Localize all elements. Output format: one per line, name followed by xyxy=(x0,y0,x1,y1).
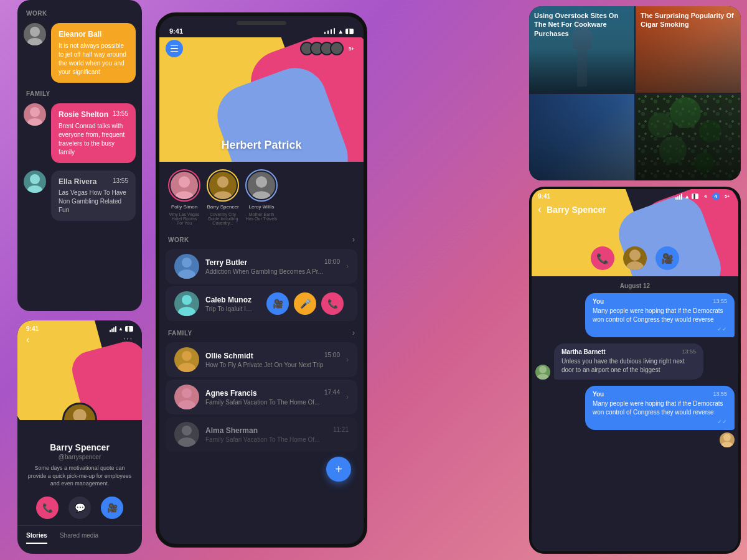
sender-1: Martha Barnett xyxy=(561,348,606,355)
story-name-0: Polly Simon xyxy=(171,204,197,210)
time-2: 13:55 xyxy=(713,391,727,398)
video-button[interactable]: 🎥 xyxy=(101,497,123,519)
tab-stories[interactable]: Stories xyxy=(26,532,47,544)
profile-tabs: Stories Shared media xyxy=(17,525,142,548)
chat-row-agnes[interactable]: Agnes Francis 17:44 Family Safari Vacati… xyxy=(166,380,357,414)
svg-point-16 xyxy=(182,295,192,305)
chat-item-rosie[interactable]: Rosie Shelton 13:55 Brent Conrad talks w… xyxy=(17,100,142,167)
story-ring-2 xyxy=(245,169,278,202)
avatar-alma xyxy=(174,422,199,447)
sender-2: You xyxy=(593,391,604,398)
more-button[interactable]: ··· xyxy=(123,334,133,345)
info-agnes: Agnes Francis 17:44 Family Safari Vacati… xyxy=(205,389,340,406)
name-rosie: Rosie Shelton 13:55 xyxy=(59,110,128,120)
action-chips: 🎥 🎤 📞 xyxy=(261,292,349,315)
svg-point-12 xyxy=(256,176,267,187)
battery-icon: ▌ xyxy=(125,326,133,332)
svg-point-22 xyxy=(182,426,192,436)
work-arrow[interactable]: › xyxy=(352,235,355,244)
avatar-group-count: 5+ xyxy=(345,45,357,52)
chat-battery-icon: ▌ xyxy=(692,194,698,199)
chat-row-ollie[interactable]: Ollie Schmidt 15:00 How To Fly A Private… xyxy=(166,342,357,377)
story-item-1[interactable]: Barry Spencer Coventry City Guide Includ… xyxy=(207,169,239,225)
chat-video-button[interactable]: 🎥 xyxy=(655,246,679,270)
check-mark-2: ✓✓ xyxy=(593,419,727,425)
chevron-ollie: › xyxy=(346,355,349,364)
avatar-caleb xyxy=(174,291,199,316)
chat-status-icons: ▲ ▌ 4 4 5+ xyxy=(675,193,732,200)
chat-signal xyxy=(675,194,682,200)
article-overlay-0: Using Overstock Sites On The Net For Coo… xyxy=(529,6,634,93)
article-card-0[interactable]: Using Overstock Sites On The Net For Coo… xyxy=(529,6,634,93)
chat-row-alma[interactable]: Alma Sherman 11:21 Family Safari Vacatio… xyxy=(166,417,357,452)
name-eleanor: Eleanor Ball xyxy=(59,29,128,40)
msg-bubble-received-1: Martha Barnett 13:55 Unless you have the… xyxy=(554,343,703,380)
story-avatar-0 xyxy=(171,172,198,199)
chat-item-eleanor[interactable]: Eleanor Ball It is not always possible t… xyxy=(17,19,142,86)
msg-caleb: Trip To Iqaluit In Nu... xyxy=(205,306,255,312)
chat-row-caleb[interactable]: Caleb Munoz Trip To Iqaluit In Nu... 🎥 🎤… xyxy=(166,286,357,321)
msg-sent-0: You 13:55 Many people were hoping that i… xyxy=(535,293,735,337)
bubble-eleanor[interactable]: Eleanor Ball It is not always possible t… xyxy=(51,23,136,83)
chat-item-ella[interactable]: Ella Rivera 13:55 Las Vegas How To Have … xyxy=(17,167,142,225)
bubble-ella[interactable]: Ella Rivera 13:55 Las Vegas How To Have … xyxy=(51,170,136,222)
back-button[interactable]: ‹ xyxy=(26,334,29,345)
chat-header-bg: 9:41 ▲ ▌ 4 4 5+ ‹ Barry Spencer 📞 xyxy=(532,189,738,276)
family-section-label: FAMILY xyxy=(17,86,142,100)
fab-compose[interactable]: + xyxy=(326,457,351,482)
name-ollie: Ollie Schmidt xyxy=(205,352,253,360)
article-card-3[interactable] xyxy=(636,94,741,180)
avatar-agnes xyxy=(174,385,199,409)
stories-row: Polly Simon Why Las Vegas Hotel Rooms Fo… xyxy=(159,162,364,230)
chat-call-button[interactable]: 📞 xyxy=(591,246,614,270)
story-ring-1 xyxy=(207,169,239,202)
story-subtitle-0: Why Las Vegas Hotel Rooms For You xyxy=(168,212,200,225)
msg-received-1: Martha Barnett 13:55 Unless you have the… xyxy=(535,343,735,380)
work-section-header: WORK › xyxy=(159,230,364,246)
story-item-2[interactable]: Leroy Willis Mother Earth Hos Our Travel… xyxy=(245,169,278,225)
profile-status-icons: ▲ ▌ xyxy=(110,326,133,332)
wifi-icon-main: ▲ xyxy=(337,28,344,35)
profile-nav: ‹ ··· xyxy=(26,334,133,345)
profile-name: Barry Spencer xyxy=(25,442,134,452)
call-button[interactable]: 📞 xyxy=(36,497,59,519)
family-arrow[interactable]: › xyxy=(352,329,355,337)
time-0: 13:55 xyxy=(713,298,727,305)
name-ella: Ella Rivera 13:55 xyxy=(59,177,128,187)
profile-info: Barry Spencer @barryspencer Some days a … xyxy=(17,420,142,525)
message-button[interactable]: 💬 xyxy=(68,497,91,519)
avatar-ollie xyxy=(174,347,199,372)
chat-row-terry[interactable]: Terry Butler 18:00 Addiction When Gambli… xyxy=(166,249,357,284)
info-caleb: Caleb Munoz Trip To Iqaluit In Nu... xyxy=(205,296,255,312)
family-section-header: FAMILY › xyxy=(159,324,364,340)
chevron-agnes: › xyxy=(346,393,349,401)
svg-point-8 xyxy=(179,176,190,187)
tab-shared-media[interactable]: Shared media xyxy=(60,532,98,544)
article-title-1: The Surprising Popularity Of Cigar Smoki… xyxy=(641,11,736,29)
svg-point-37 xyxy=(723,434,731,441)
story-ring-0 xyxy=(168,169,200,202)
text-2: Many people were hoping that if the Demo… xyxy=(593,399,727,417)
story-name-2: Leroy Willis xyxy=(249,204,275,210)
chat-back-button[interactable]: ‹ xyxy=(538,203,542,216)
chat-time: 9:41 xyxy=(538,193,550,200)
svg-point-0 xyxy=(30,27,40,37)
svg-point-38 xyxy=(721,442,733,447)
name-agnes: Agnes Francis xyxy=(205,389,257,398)
story-name-1: Barry Spencer xyxy=(207,204,238,210)
article-card-1[interactable]: The Surprising Popularity Of Cigar Smoki… xyxy=(636,6,741,93)
chip-call[interactable]: 📞 xyxy=(321,292,344,315)
chip-mic[interactable]: 🎤 xyxy=(294,292,316,315)
hamburger-button[interactable] xyxy=(166,40,183,57)
article-card-2[interactable] xyxy=(529,94,634,180)
check-mark-0: ✓✓ xyxy=(593,326,727,332)
chip-video[interactable]: 🎥 xyxy=(266,292,289,315)
chat-conversation-panel: 9:41 ▲ ▌ 4 4 5+ ‹ Barry Spencer 📞 xyxy=(529,187,741,554)
chevron-terry: › xyxy=(346,262,349,271)
story-item-0[interactable]: Polly Simon Why Las Vegas Hotel Rooms Fo… xyxy=(168,169,200,225)
bubble-rosie[interactable]: Rosie Shelton 13:55 Brent Conrad talks w… xyxy=(51,103,136,163)
status-icons: ▲ ▌ xyxy=(324,27,354,35)
avatar-martha xyxy=(535,365,550,380)
article-overlay-3 xyxy=(636,94,741,180)
profile-panel: 9:41 ▲ ▌ ‹ ··· Barry Spencer @barryspenc… xyxy=(17,320,142,554)
